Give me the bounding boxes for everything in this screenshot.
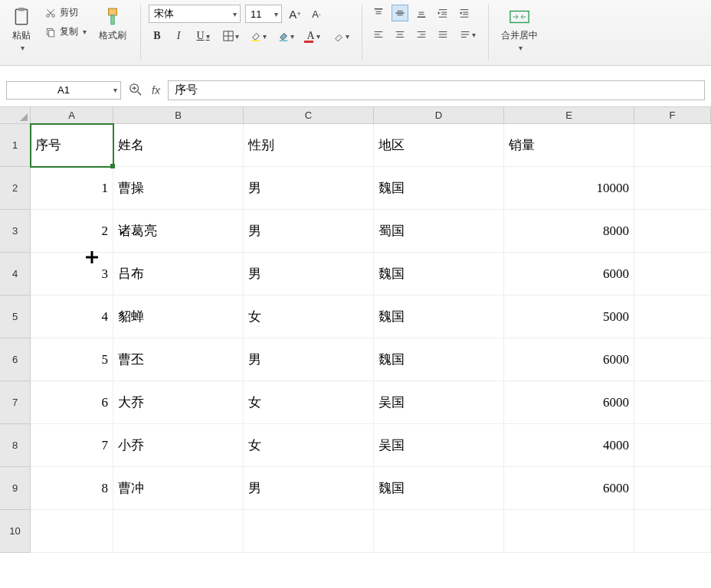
cell-F8[interactable] [634,424,711,467]
row-header-10[interactable]: 10 [0,510,31,553]
eraser-button[interactable]: ▾ [329,28,352,44]
cell-C4[interactable]: 男 [244,253,374,296]
cell-D6[interactable]: 魏国 [374,338,504,381]
col-header-E[interactable]: E [504,107,634,124]
cell-A3[interactable]: 2 [31,210,113,253]
cell-A6[interactable]: 5 [31,338,113,381]
cell-F6[interactable] [634,338,711,381]
cut-button[interactable]: 剪切 [41,5,90,21]
cell-A5[interactable]: 4 [31,296,113,338]
cell-E2[interactable]: 10000 [504,167,634,210]
align-center-button[interactable] [392,26,408,43]
italic-button[interactable]: I [170,28,187,44]
cell-B6[interactable]: 曹丕 [113,338,244,381]
cell-E1[interactable]: 销量 [504,124,634,167]
cell-C6[interactable]: 男 [244,338,374,381]
font-size-select[interactable]: 11 [245,5,282,23]
cell-D7[interactable]: 吴国 [374,381,504,424]
row-header-7[interactable]: 7 [0,381,31,424]
cell-E3[interactable]: 8000 [504,210,634,253]
cell-D5[interactable]: 魏国 [374,296,504,338]
cell-D10[interactable] [374,510,504,553]
formula-input[interactable]: 序号 [168,80,705,100]
merge-center-button[interactable]: 合并居中▾ [496,5,542,54]
cell-B1[interactable]: 姓名 [113,124,244,167]
cell-C7[interactable]: 女 [244,381,374,424]
cell-B10[interactable] [113,510,244,553]
copy-button[interactable]: 复制▾ [41,24,90,40]
increase-font-button[interactable]: A+ [287,5,303,22]
cell-C3[interactable]: 男 [244,210,374,253]
cell-B4[interactable]: 吕布 [113,253,244,296]
cell-A4[interactable]: 3 [31,253,113,296]
cell-F10[interactable] [634,510,711,553]
cell-F7[interactable] [634,381,711,424]
cell-A10[interactable] [31,510,113,553]
cell-B2[interactable]: 曹操 [113,167,244,210]
font-name-select[interactable]: 宋体 [149,5,241,23]
cell-A1[interactable]: 序号 [31,124,113,167]
align-left-button[interactable] [370,26,387,43]
cell-F1[interactable] [634,124,711,167]
cell-F2[interactable] [634,167,711,210]
cell-A7[interactable]: 6 [31,381,113,424]
cell-D3[interactable]: 蜀国 [374,210,504,253]
cell-D2[interactable]: 魏国 [374,167,504,210]
cell-E9[interactable]: 6000 [504,467,634,510]
zoom-icon[interactable] [129,83,144,98]
align-right-button[interactable] [413,26,430,43]
cell-D8[interactable]: 吴国 [374,424,504,467]
cell-B9[interactable]: 曹冲 [113,467,244,510]
col-header-C[interactable]: C [244,107,374,124]
row-header-1[interactable]: 1 [0,124,31,167]
col-header-F[interactable]: F [634,107,711,124]
cell-F9[interactable] [634,467,711,510]
fx-label[interactable]: fx [152,84,160,96]
fill-color-button[interactable]: ▾ [247,28,270,44]
row-header-5[interactable]: 5 [0,296,31,338]
increase-indent-button[interactable] [456,5,473,21]
cell-E10[interactable] [504,510,634,553]
decrease-font-button[interactable]: A- [308,5,325,22]
cell-D4[interactable]: 魏国 [374,253,504,296]
cell-C10[interactable] [244,510,374,553]
align-middle-button[interactable] [392,5,408,21]
row-header-9[interactable]: 9 [0,467,31,510]
cell-E5[interactable]: 5000 [504,296,634,338]
cell-E6[interactable]: 6000 [504,338,634,381]
borders-button[interactable]: ▾ [219,28,242,44]
row-header-8[interactable]: 8 [0,424,31,467]
bold-button[interactable]: B [149,28,165,44]
paste-button[interactable]: 粘贴▾ [6,5,37,54]
justify-button[interactable] [434,26,451,43]
row-header-2[interactable]: 2 [0,167,31,210]
cell-E7[interactable]: 6000 [504,381,634,424]
cell-E8[interactable]: 4000 [504,424,634,467]
distribute-button[interactable]: ▾ [456,26,479,43]
cell-B5[interactable]: 貂蝉 [113,296,244,338]
underline-button[interactable]: U▾ [192,28,215,44]
row-header-3[interactable]: 3 [0,210,31,253]
cell-B7[interactable]: 大乔 [113,381,244,424]
row-header-4[interactable]: 4 [0,253,31,296]
cell-A2[interactable]: 1 [31,167,113,210]
cell-F5[interactable] [634,296,711,338]
cell-C1[interactable]: 性别 [244,124,374,167]
cell-B8[interactable]: 小乔 [113,424,244,467]
cell-F3[interactable] [634,210,711,253]
cell-C8[interactable]: 女 [244,424,374,467]
select-all-corner[interactable] [0,107,31,124]
name-box[interactable]: A1 [6,81,121,100]
align-bottom-button[interactable] [413,5,430,21]
col-header-B[interactable]: B [113,107,244,124]
row-header-6[interactable]: 6 [0,338,31,381]
cell-A9[interactable]: 8 [31,467,113,510]
col-header-D[interactable]: D [374,107,504,124]
cell-C5[interactable]: 女 [244,296,374,338]
cell-D9[interactable]: 魏国 [374,467,504,510]
format-painter-button[interactable]: 格式刷 [94,5,131,44]
cell-B3[interactable]: 诸葛亮 [113,210,244,253]
cell-D1[interactable]: 地区 [374,124,504,167]
cell-A8[interactable]: 7 [31,424,113,467]
font-color-button[interactable]: A▾ [302,28,325,44]
